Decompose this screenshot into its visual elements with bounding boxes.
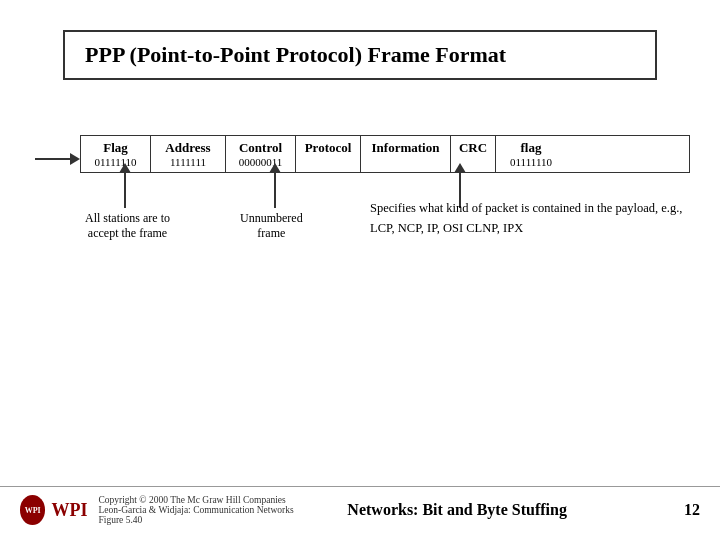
annotation-right: Specifies what kind of packet is contain…: [370, 198, 690, 238]
title-box: PPP (Point-to-Point Protocol) Frame Form…: [63, 30, 657, 80]
frame-diagram: Flag 01111110 Address 1111111 Control 00…: [80, 135, 690, 173]
footer-copyright: Copyright © 2000 The Mc Graw Hill Compan…: [98, 495, 311, 505]
footer: WPI WPI Copyright © 2000 The Mc Graw Hil…: [0, 486, 720, 525]
annotation-center: Unnumbered frame: [240, 211, 303, 241]
cell-flag: Flag 01111110: [81, 136, 151, 172]
slide-title: PPP (Point-to-Point Protocol) Frame Form…: [85, 42, 506, 67]
footer-title: Networks: Bit and Byte Stuffing: [347, 501, 567, 518]
cell-address: Address 1111111: [151, 136, 226, 172]
wpi-logo-text: WPI: [51, 500, 87, 521]
cell-control: Control 00000011: [226, 136, 296, 172]
left-arrow: [35, 153, 80, 165]
footer-figure: Figure 5.40: [98, 515, 142, 525]
footer-page: 12: [684, 501, 700, 518]
annotation-left: All stations are to accept the frame: [85, 211, 170, 241]
cell-crc: CRC: [451, 136, 496, 172]
cell-flag2: flag 01111110: [496, 136, 566, 172]
footer-reference: Leon-Garcia & Widjaja: Communication Net…: [98, 505, 311, 525]
slide: PPP (Point-to-Point Protocol) Frame Form…: [0, 0, 720, 540]
cell-protocol: Protocol: [296, 136, 361, 172]
wpi-logo-icon: WPI: [20, 495, 45, 525]
cell-information: Information: [361, 136, 451, 172]
